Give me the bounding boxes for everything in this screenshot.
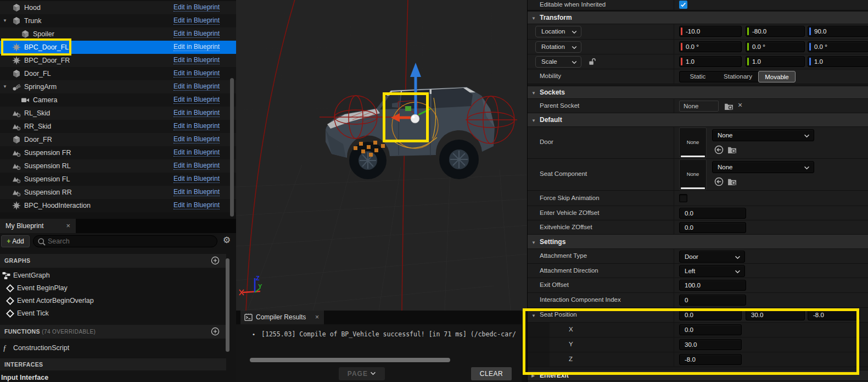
lock-open-icon[interactable] — [588, 58, 596, 66]
component-row-hood[interactable]: Hood Edit in Blueprint — [0, 1, 236, 14]
close-icon[interactable]: × — [66, 219, 70, 233]
edit-in-blueprint-link[interactable]: Edit in Blueprint — [173, 27, 220, 38]
seat-position-x-sub-input[interactable]: 0.0 — [679, 324, 742, 335]
edit-in-blueprint-link[interactable]: Edit in Blueprint — [173, 186, 220, 196]
component-row-suspension-fl[interactable]: Suspension FL Edit in Blueprint — [0, 173, 236, 186]
component-row-springarm[interactable]: ▼ SpringArm Edit in Blueprint — [0, 80, 236, 93]
section-header-enterexit[interactable]: ▶ EnterExit — [528, 370, 868, 381]
seat-component-dropdown[interactable]: None — [712, 161, 814, 173]
component-row-suspension-rr[interactable]: Suspension RR Edit in Blueprint — [0, 186, 236, 199]
parent-socket-input[interactable]: None — [679, 101, 719, 112]
rotation-x-input[interactable]: 0.0 ° — [679, 41, 742, 52]
enter-vehicle-zoffset-input[interactable]: 0.0 — [679, 208, 746, 219]
edit-in-blueprint-link[interactable]: Edit in Blueprint — [173, 67, 220, 77]
attachment-direction-dropdown[interactable]: Left — [679, 265, 745, 277]
edit-in-blueprint-link[interactable]: Edit in Blueprint — [173, 120, 220, 130]
rotation-y-input[interactable]: 0.0 ° — [746, 41, 805, 52]
component-row-camera[interactable]: Camera Edit in Blueprint — [0, 93, 236, 107]
item-event-beginplay[interactable]: Event BeginPlay — [0, 282, 226, 295]
edit-in-blueprint-link[interactable]: Edit in Blueprint — [173, 41, 220, 51]
component-row-rl-skid[interactable]: RL_Skid Edit in Blueprint — [0, 107, 236, 120]
search-input[interactable] — [48, 236, 212, 246]
component-row-door-fl[interactable]: Door_FL Edit in Blueprint — [0, 67, 236, 80]
seat-position-x-input[interactable]: 0.0 — [679, 309, 742, 320]
browse-asset-icon[interactable] — [727, 145, 737, 154]
browse-asset-icon[interactable] — [727, 177, 737, 186]
scale-x-input[interactable]: 1.0 — [679, 56, 742, 67]
section-header-default[interactable]: ▼ Default — [528, 113, 868, 127]
item-event-actorbeginoverlap[interactable]: Event ActorBeginOverlap — [0, 295, 226, 307]
component-row-bpc-door-fl-selected[interactable]: BPC_Door_FL Edit in Blueprint — [0, 41, 236, 54]
edit-in-blueprint-link[interactable]: Edit in Blueprint — [173, 133, 220, 143]
seat-position-y-sub-input[interactable]: 30.0 — [679, 339, 742, 350]
section-header-settings[interactable]: ▼ Settings — [528, 235, 868, 249]
rotation-z-input[interactable]: 0.0 ° — [808, 41, 868, 52]
tab-my-blueprint[interactable]: My Blueprint × — [0, 219, 76, 233]
expand-arrow-icon[interactable]: ▼ — [3, 14, 7, 27]
location-x-input[interactable]: -10.0 — [679, 26, 742, 37]
component-row-spoiler[interactable]: Spoiler Edit in Blueprint — [0, 27, 236, 41]
tree-scrollbar[interactable] — [230, 78, 234, 217]
edit-in-blueprint-link[interactable]: Edit in Blueprint — [173, 14, 220, 25]
add-graph-icon[interactable] — [211, 256, 220, 265]
exit-offset-input[interactable]: 100.0 — [679, 280, 746, 291]
clear-button[interactable]: CLEAR — [471, 367, 512, 380]
gear-icon[interactable]: ⚙ — [223, 235, 231, 245]
use-selected-icon[interactable] — [714, 145, 724, 154]
section-header-transform[interactable]: ▼ Transform — [528, 12, 868, 24]
use-selected-icon[interactable] — [714, 177, 724, 186]
mobility-stationary[interactable]: Stationary — [716, 71, 760, 82]
socket-browse-icon[interactable] — [724, 102, 733, 111]
door-asset-thumbnail[interactable]: None — [679, 128, 707, 158]
scale-y-input[interactable]: 1.0 — [746, 56, 805, 67]
exitvehicle-zoffset-input[interactable]: 0.0 — [679, 222, 746, 233]
add-function-icon[interactable] — [211, 327, 220, 336]
close-icon[interactable]: × — [315, 311, 319, 324]
interaction-component-index-input[interactable]: 0 — [679, 295, 746, 306]
editable-when-inherited-checkbox[interactable] — [679, 1, 687, 9]
edit-in-blueprint-link[interactable]: Edit in Blueprint — [173, 1, 220, 12]
force-skip-animation-checkbox[interactable] — [679, 194, 687, 202]
location-mode-dropdown[interactable]: Location — [535, 26, 581, 37]
tab-compiler-results[interactable]: Compiler Results × — [240, 311, 324, 324]
seat-position-z-input[interactable]: -8.0 — [808, 309, 860, 320]
component-row-suspension-fr[interactable]: Suspension FR Edit in Blueprint — [0, 146, 236, 159]
mobility-movable[interactable]: Movable — [758, 71, 796, 82]
interfaces-section-header[interactable]: INTERFACES — [0, 358, 226, 370]
seat-component-thumbnail[interactable]: None — [679, 159, 707, 190]
location-y-input[interactable]: -80.0 — [746, 26, 805, 37]
page-dropdown[interactable]: PAGE — [339, 367, 385, 380]
scale-mode-dropdown[interactable]: Scale — [535, 56, 581, 68]
component-row-door-fr[interactable]: Door_FR Edit in Blueprint — [0, 133, 236, 146]
edit-in-blueprint-link[interactable]: Edit in Blueprint — [173, 159, 220, 170]
edit-in-blueprint-link[interactable]: Edit in Blueprint — [173, 107, 220, 117]
component-row-bpc-hoodinteraction[interactable]: BPC_HoodInteraction Edit in Blueprint — [0, 199, 236, 212]
seat-position-z-sub-input[interactable]: -8.0 — [679, 354, 742, 365]
component-row-rr-skid[interactable]: RR_Skid Edit in Blueprint — [0, 120, 236, 133]
mobility-static[interactable]: Static — [680, 71, 716, 82]
edit-in-blueprint-link[interactable]: Edit in Blueprint — [173, 54, 220, 64]
horizontal-scrollbar[interactable] — [250, 358, 450, 362]
door-asset-dropdown[interactable]: None — [712, 129, 814, 141]
gizmo-origin-sphere[interactable] — [411, 114, 419, 123]
component-row-trunk[interactable]: ▼ Trunk Edit in Blueprint — [0, 14, 236, 27]
edit-in-blueprint-link[interactable]: Edit in Blueprint — [173, 146, 220, 157]
graphs-section-header[interactable]: GRAPHS — [0, 254, 226, 268]
item-eventgraph[interactable]: EventGraph — [0, 269, 226, 282]
attachment-type-dropdown[interactable]: Door — [679, 251, 745, 263]
socket-clear-icon[interactable]: × — [738, 101, 742, 109]
scale-z-input[interactable]: 1.0 — [808, 56, 868, 67]
edit-in-blueprint-link[interactable]: Edit in Blueprint — [173, 93, 220, 104]
item-event-tick[interactable]: Event Tick — [0, 307, 226, 320]
section-header-sockets[interactable]: ▼ Sockets — [528, 86, 868, 99]
expand-arrow-icon[interactable]: ▼ — [3, 80, 7, 93]
location-z-input[interactable]: 90.0 — [808, 26, 868, 37]
my-blueprint-scrollbar[interactable] — [226, 258, 229, 352]
edit-in-blueprint-link[interactable]: Edit in Blueprint — [173, 80, 220, 91]
collapse-arrow-icon[interactable]: ▼ — [531, 313, 536, 318]
item-constructionscript[interactable]: ƒ ConstructionScript — [0, 342, 226, 355]
functions-section-header[interactable]: FUNCTIONS (74 OVERRIDABLE) — [0, 325, 226, 339]
rotation-mode-dropdown[interactable]: Rotation — [535, 41, 581, 53]
add-button[interactable]: +Add — [1, 235, 30, 247]
item-input-interface[interactable]: Input Interface — [0, 372, 226, 382]
